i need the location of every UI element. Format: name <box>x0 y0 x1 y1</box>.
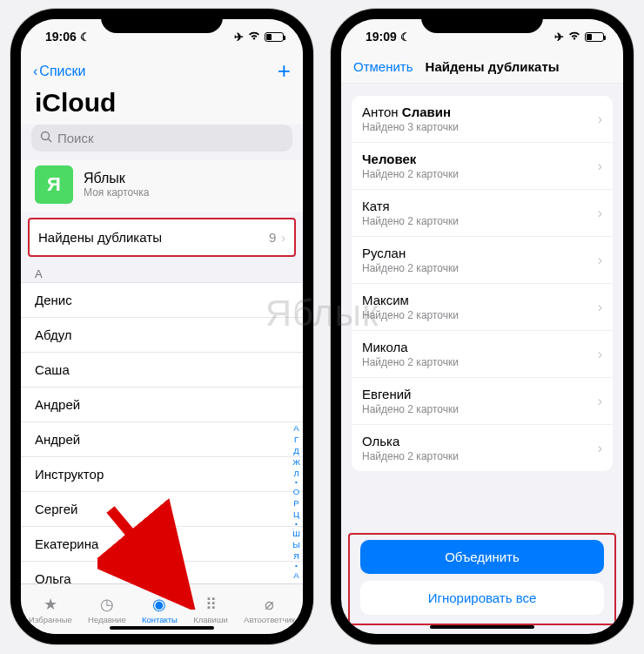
duplicate-item[interactable]: МиколаНайдено 2 карточки› <box>352 331 613 378</box>
duplicate-item[interactable]: Антон СлавинНайдено 3 карточки› <box>352 96 613 143</box>
index-letter[interactable]: • <box>295 563 298 570</box>
tab-icon: ◷ <box>100 595 114 614</box>
duplicate-item[interactable]: ЕвгенийНайдено 2 карточки› <box>352 378 613 425</box>
tab-Контакты[interactable]: ◉Контакты <box>142 595 178 624</box>
search-placeholder: Поиск <box>57 131 94 145</box>
duplicate-item[interactable]: ЧеловекНайдено 2 карточки› <box>352 143 613 190</box>
index-letter[interactable]: D <box>293 582 299 584</box>
contact-row[interactable]: Ольга <box>21 562 303 583</box>
my-card[interactable]: Я Яблык Моя карточка <box>21 160 303 212</box>
contact-row[interactable]: Денис <box>21 283 303 318</box>
contact-row[interactable]: Андрей <box>21 422 303 457</box>
nav-title: Найдены дубликаты <box>426 59 560 74</box>
duplicate-item[interactable]: ОлькаНайдено 2 карточки› <box>352 425 613 471</box>
duplicate-item[interactable]: МаксимНайдено 2 карточки› <box>352 284 613 331</box>
duplicate-name: Олька <box>362 434 459 448</box>
tab-label: Избранные <box>29 615 72 624</box>
index-letter[interactable]: Г <box>294 435 299 445</box>
chevron-right-icon: › <box>598 300 602 315</box>
duplicate-name: Евгений <box>362 387 459 401</box>
focus-moon-icon: ☾ <box>400 30 411 44</box>
index-letter[interactable]: Д <box>293 446 299 456</box>
phone-left: 19:06 ☾ ✈ ‹ Списки + iCloud Поиск <box>10 9 313 644</box>
ignore-button[interactable]: Игнорировать все <box>360 581 604 615</box>
cancel-button[interactable]: Отменить <box>353 59 413 74</box>
airplane-icon: ✈ <box>554 30 564 44</box>
back-button[interactable]: ‹ Списки <box>33 64 85 79</box>
index-letter[interactable]: Я <box>293 551 299 562</box>
back-label: Списки <box>39 64 85 79</box>
contact-row[interactable]: Инструктор <box>21 457 303 492</box>
tab-icon: ◉ <box>152 595 166 614</box>
duplicate-item[interactable]: РусланНайдено 2 карточки› <box>352 237 613 284</box>
chevron-right-icon: › <box>598 394 602 409</box>
duplicates-list: Антон СлавинНайдено 3 карточки›ЧеловекНа… <box>352 96 613 471</box>
duplicate-name: Антон Славин <box>362 105 459 119</box>
tab-label: Автоответчик <box>244 615 295 624</box>
wifi-icon <box>567 30 581 44</box>
index-bar[interactable]: АГДЖЛ•ОРЦ•ШЫЯ•ADGILOQ•WY# <box>292 423 300 583</box>
airplane-icon: ✈ <box>234 30 244 44</box>
chevron-right-icon: › <box>598 111 602 127</box>
merge-button[interactable]: Объединить <box>360 540 604 574</box>
duplicate-name: Микола <box>362 340 459 354</box>
tab-icon: ⌀ <box>265 595 274 614</box>
notch <box>101 9 223 33</box>
my-card-name: Яблык <box>84 171 149 186</box>
add-button[interactable]: + <box>278 57 291 84</box>
chevron-left-icon: ‹ <box>33 64 37 79</box>
contact-row[interactable]: Абдул <box>21 318 303 353</box>
tab-Автоответчик[interactable]: ⌀Автоответчик <box>244 595 295 624</box>
duplicate-sub: Найдено 2 карточки <box>362 309 459 321</box>
tab-icon: ★ <box>44 595 57 614</box>
index-letter[interactable]: Ц <box>293 509 299 520</box>
duplicate-item[interactable]: КатяНайдено 2 карточки› <box>352 190 613 237</box>
notch <box>421 9 543 33</box>
duplicate-sub: Найдено 2 карточки <box>362 403 459 415</box>
action-buttons: Объединить Игнорировать все <box>348 533 616 625</box>
page-title: iCloud <box>21 86 303 125</box>
tab-Клавиши[interactable]: ⠿Клавиши <box>193 595 228 624</box>
contact-row[interactable]: Саша <box>21 353 303 388</box>
index-letter[interactable]: Л <box>293 469 299 479</box>
index-letter[interactable]: Р <box>293 498 299 509</box>
index-letter[interactable]: Ш <box>292 529 300 539</box>
clock: 19:09 <box>366 30 397 44</box>
chevron-right-icon: › <box>598 158 602 174</box>
contact-row[interactable]: Екатерина <box>21 527 303 562</box>
tab-Избранные[interactable]: ★Избранные <box>29 595 72 624</box>
duplicate-name: Человек <box>362 152 459 166</box>
search-input[interactable]: Поиск <box>31 125 292 152</box>
duplicate-sub: Найдено 2 карточки <box>362 168 459 180</box>
chevron-right-icon: › <box>281 231 285 245</box>
index-letter[interactable]: • <box>295 521 298 528</box>
wifi-icon <box>247 30 261 44</box>
duplicate-name: Максим <box>362 293 459 307</box>
home-indicator <box>430 625 534 629</box>
clock: 19:06 <box>45 30 77 44</box>
tab-icon: ⠿ <box>205 595 217 614</box>
duplicate-name: Руслан <box>362 246 459 260</box>
duplicate-sub: Найдено 2 карточки <box>362 450 459 462</box>
avatar: Я <box>35 165 73 204</box>
phone-right: 19:09 ☾ ✈ Отменить Найдены дубликаты Ант… <box>331 9 634 644</box>
svg-point-0 <box>42 132 50 140</box>
index-letter[interactable]: Ж <box>292 457 300 468</box>
duplicates-count: 9 <box>269 230 276 245</box>
index-letter[interactable]: • <box>295 479 298 486</box>
index-letter[interactable]: Ы <box>292 540 299 550</box>
index-letter[interactable]: О <box>293 487 299 497</box>
index-letter[interactable]: A <box>293 570 299 581</box>
duplicates-row[interactable]: Найдены дубликаты 9 › <box>28 218 296 257</box>
battery-icon <box>265 32 284 42</box>
contact-row[interactable]: Сергей <box>21 492 303 527</box>
my-card-sub: Моя карточка <box>84 186 149 199</box>
chevron-right-icon: › <box>598 347 602 362</box>
index-letter[interactable]: А <box>293 423 299 434</box>
contact-row[interactable]: Андрей <box>21 388 303 422</box>
home-indicator <box>110 626 214 630</box>
battery-icon <box>585 32 604 42</box>
tab-Недавние[interactable]: ◷Недавние <box>88 595 126 624</box>
duplicate-sub: Найдено 3 карточки <box>362 121 459 133</box>
contacts-list[interactable]: А ДенисАбдулСашаАндрейАндрейИнструкторСе… <box>21 262 303 583</box>
